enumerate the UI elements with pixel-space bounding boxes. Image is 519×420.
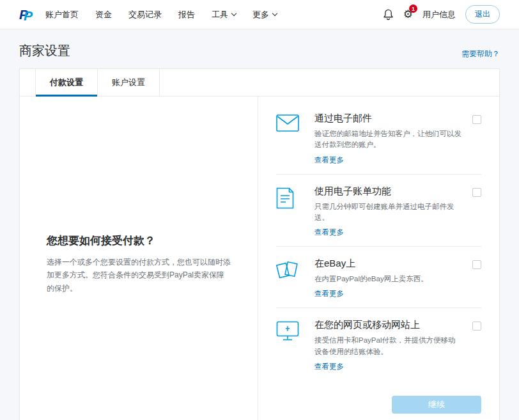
option-description: 验证您的邮箱地址并告知客户，让他们可以发送付款到您的账户。	[314, 128, 462, 151]
intro-panel: 您想要如何接受付款？ 选择一个或多个您要设置的付款方式，您也可以随时添加更多方式…	[20, 97, 258, 420]
option-description: 接受信用卡和PayPal付款，并提供方便移动设备使用的结账体验。	[314, 335, 462, 357]
nav-right: ⚙ 1 用户信息 退出	[383, 5, 500, 24]
nav-item-label: 更多	[252, 9, 269, 20]
logout-button[interactable]: 退出	[465, 5, 500, 24]
monitor-icon	[276, 319, 314, 341]
nav-item-reports[interactable]: 报告	[178, 9, 195, 20]
payment-option-website: 在您的网页或移动网站上 接受信用卡和PayPal付款，并提供方便移动设备使用的结…	[276, 307, 481, 380]
page-title: 商家设置	[19, 42, 70, 59]
invoice-option-checkbox[interactable]	[472, 188, 481, 197]
see-more-link[interactable]: 查看更多	[314, 228, 344, 237]
option-description: 在内置PayPal的eBay网上卖东西。	[314, 274, 462, 284]
notifications-bell-icon[interactable]	[383, 8, 394, 20]
nav-item-label: 报告	[178, 9, 195, 20]
option-title: 通过电子邮件	[314, 113, 462, 125]
invoice-icon	[276, 185, 314, 209]
help-link[interactable]: 需要帮助？	[461, 49, 500, 59]
option-title: 在eBay上	[314, 258, 462, 270]
main-content: 商家设置 需要帮助？ 付款设置 账户设置 您想要如何接受付款？ 选择一个或多个您…	[0, 29, 519, 420]
option-title: 在您的网页或移动网站上	[314, 319, 462, 331]
envelope-icon	[276, 113, 314, 132]
option-text: 在eBay上 在内置PayPal的eBay网上卖东西。 查看更多	[314, 258, 472, 299]
settings-gear-icon[interactable]: ⚙ 1	[403, 9, 413, 20]
payment-option-invoice: 使用电子账单功能 只需几分钟即可创建账单并通过电子邮件发送。 查看更多	[276, 174, 481, 247]
nav-item-account-home[interactable]: 账户首页	[45, 9, 79, 20]
notification-badge: 1	[409, 4, 417, 13]
chevron-down-icon	[272, 11, 277, 16]
website-option-checkbox[interactable]	[472, 322, 481, 331]
intro-description: 选择一个或多个您要设置的付款方式，您也可以随时添加更多方式。您符合条件的交易受到…	[47, 256, 231, 295]
intro-heading: 您想要如何接受付款？	[47, 233, 231, 248]
nav-left: PP 账户首页 资金 交易记录 报告 工具 更多	[19, 8, 277, 21]
ebay-tags-icon	[276, 258, 314, 280]
continue-button[interactable]: 继续	[392, 396, 481, 414]
nav-item-funds[interactable]: 资金	[95, 9, 112, 20]
page-header: 商家设置 需要帮助？	[19, 37, 500, 68]
nav-item-label: 账户首页	[45, 9, 79, 20]
main-menu: 账户首页 资金 交易记录 报告 工具 更多	[45, 9, 277, 20]
email-option-checkbox[interactable]	[472, 115, 481, 124]
option-text: 在您的网页或移动网站上 接受信用卡和PayPal付款，并提供方便移动设备使用的结…	[314, 319, 472, 371]
card-body: 您想要如何接受付款？ 选择一个或多个您要设置的付款方式，您也可以随时添加更多方式…	[20, 97, 499, 420]
paypal-logo-front-p: P	[24, 8, 33, 23]
see-more-link[interactable]: 查看更多	[314, 289, 344, 299]
payment-options-list: 通过电子邮件 验证您的邮箱地址并告知客户，让他们可以发送付款到您的账户。 查看更…	[258, 97, 499, 420]
tab-payment-settings[interactable]: 付款设置	[35, 69, 98, 96]
nav-item-more[interactable]: 更多	[252, 9, 277, 20]
continue-row: 继续	[276, 380, 481, 419]
see-more-link[interactable]: 查看更多	[314, 155, 344, 165]
settings-card: 付款设置 账户设置 您想要如何接受付款？ 选择一个或多个您要设置的付款方式，您也…	[19, 68, 500, 420]
payment-option-email: 通过电子邮件 验证您的邮箱地址并告知客户，让他们可以发送付款到您的账户。 查看更…	[276, 102, 481, 174]
payment-option-ebay: 在eBay上 在内置PayPal的eBay网上卖东西。 查看更多	[276, 246, 481, 307]
option-description: 只需几分钟即可创建账单并通过电子邮件发送。	[314, 201, 462, 224]
tabs-bar: 付款设置 账户设置	[20, 69, 499, 97]
paypal-logo[interactable]: PP	[19, 8, 33, 21]
option-text: 使用电子账单功能 只需几分钟即可创建账单并通过电子邮件发送。 查看更多	[314, 185, 472, 238]
option-title: 使用电子账单功能	[314, 185, 462, 198]
nav-item-transactions[interactable]: 交易记录	[128, 9, 162, 20]
nav-item-tools[interactable]: 工具	[212, 9, 236, 20]
nav-item-label: 资金	[95, 9, 112, 20]
chevron-down-icon	[231, 11, 236, 16]
option-text: 通过电子邮件 验证您的邮箱地址并告知客户，让他们可以发送付款到您的账户。 查看更…	[314, 113, 472, 165]
tab-account-settings[interactable]: 账户设置	[98, 69, 160, 96]
top-navigation: PP 账户首页 资金 交易记录 报告 工具 更多 ⚙ 1 用户	[0, 0, 519, 29]
nav-item-label: 工具	[212, 9, 228, 20]
see-more-link[interactable]: 查看更多	[314, 362, 344, 371]
nav-item-label: 交易记录	[128, 9, 162, 20]
ebay-option-checkbox[interactable]	[472, 260, 481, 269]
paypal-merchant-settings-app: PP 账户首页 资金 交易记录 报告 工具 更多 ⚙ 1 用户	[0, 0, 519, 420]
user-info-label[interactable]: 用户信息	[422, 9, 456, 20]
